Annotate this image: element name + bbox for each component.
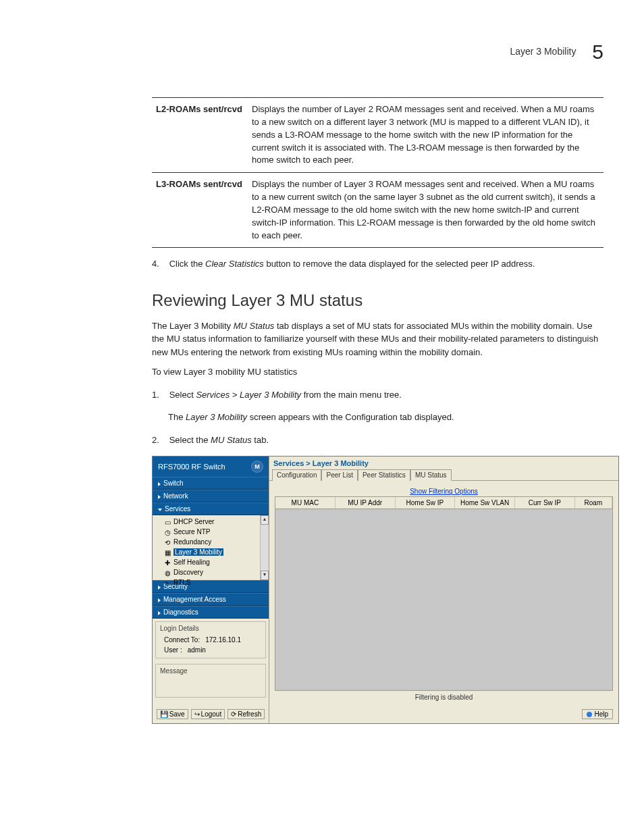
save-icon: 💾 <box>160 710 168 718</box>
mu-status-grid: MU MAC MU IP Addr Home Sw IP Home Sw VLA… <box>275 496 613 691</box>
help-button[interactable]: Help <box>582 709 613 719</box>
tree-self-healing[interactable]: ✚Self Healing <box>155 557 266 567</box>
mobility-icon: ▦ <box>165 549 171 556</box>
table-row: L2-ROAMs sent/rcvd Displays the number o… <box>152 98 603 173</box>
col-home-sw-ip[interactable]: Home Sw IP <box>396 497 456 509</box>
header-title: Layer 3 Mobility <box>510 46 576 57</box>
step-1: 1. Select Services > Layer 3 Mobility fr… <box>152 388 603 402</box>
chapter-number: 5 <box>592 41 603 63</box>
help-icon <box>587 712 592 717</box>
definition-table: L2-ROAMs sent/rcvd Displays the number o… <box>152 97 603 248</box>
table-row: L3-ROAMs sent/rcvd Displays the number o… <box>152 173 603 248</box>
message-panel-title: Message <box>160 667 261 675</box>
col-mu-ip[interactable]: MU IP Addr <box>336 497 396 509</box>
nav-management-access[interactable]: Management Access <box>153 593 269 606</box>
breadcrumb: Services > Layer 3 Mobility <box>269 457 618 469</box>
grid-header: MU MAC MU IP Addr Home Sw IP Home Sw VLA… <box>275 497 612 509</box>
col-roam[interactable]: Roam <box>575 497 612 509</box>
logout-icon: ↪ <box>194 710 200 718</box>
tab-peer-statistics[interactable]: Peer Statistics <box>358 469 410 481</box>
tree-dhcp-server[interactable]: ▭DHCP Server <box>155 517 266 527</box>
section-heading: Reviewing Layer 3 MU status <box>152 291 603 310</box>
location-icon: ⌖ <box>165 579 171 586</box>
brand-text: RFS7000 RF Switch <box>158 463 225 471</box>
lock-icon: ⟲ <box>165 539 171 546</box>
tree-rtls[interactable]: ⌖RTLS <box>155 577 266 588</box>
step-4: 4. Click the Clear Statistics button to … <box>152 257 603 271</box>
tab-peer-list[interactable]: Peer List <box>321 469 357 481</box>
intro-paragraph: The Layer 3 Mobility MU Status tab displ… <box>152 319 603 359</box>
nav-services[interactable]: Services <box>153 502 269 515</box>
scroll-down-icon[interactable]: ▼ <box>261 571 269 580</box>
nav-network[interactable]: Network <box>153 490 269 502</box>
grid-body <box>275 509 612 690</box>
col-mu-mac[interactable]: MU MAC <box>275 497 336 509</box>
brand-logo-icon: M <box>251 461 263 473</box>
login-panel-title: Login Details <box>160 625 261 632</box>
refresh-button[interactable]: ⟳Refresh <box>227 709 265 719</box>
tree-secure-ntp[interactable]: ◷Secure NTP <box>155 527 266 537</box>
main-pane: Services > Layer 3 Mobility Configuratio… <box>269 457 618 723</box>
connect-value: 172.16.10.1 <box>205 636 241 644</box>
tree-layer3-mobility[interactable]: ▦Layer 3 Mobility <box>155 547 266 557</box>
tab-mu-status[interactable]: MU Status <box>410 469 452 481</box>
globe-icon: ◍ <box>165 569 171 576</box>
server-icon: ▭ <box>165 519 171 525</box>
logout-button[interactable]: ↪Logout <box>191 709 225 719</box>
heal-icon: ✚ <box>165 559 171 566</box>
services-tree: ▭DHCP Server ◷Secure NTP ⟲Redundancy ▦La… <box>153 515 269 580</box>
sidebar: RFS7000 RF Switch M Switch Network Servi… <box>153 457 269 723</box>
sidebar-footer: 💾Save ↪Logout ⟳Refresh <box>153 705 269 723</box>
tree-redundancy[interactable]: ⟲Redundancy <box>155 537 266 547</box>
col-curr-sw-ip[interactable]: Curr Sw IP <box>515 497 575 509</box>
scroll-up-icon[interactable]: ▲ <box>261 515 269 525</box>
desc-cell: Displays the number of Layer 3 ROAM mess… <box>248 173 603 248</box>
step-1-result: The Layer 3 Mobility screen appears with… <box>168 411 603 424</box>
show-filtering-options-link[interactable]: Show Filtering Options <box>275 486 613 496</box>
login-details-panel: Login Details Connect To:172.16.10.1 Use… <box>155 621 266 658</box>
clock-icon: ◷ <box>165 529 171 536</box>
tree-scrollbar[interactable]: ▲ ▼ <box>260 515 269 580</box>
message-panel: Message <box>155 664 266 698</box>
app-window: RFS7000 RF Switch M Switch Network Servi… <box>152 456 619 724</box>
lead-line: To view Layer 3 mobility MU statistics <box>152 365 603 379</box>
term-cell: L3-ROAMs sent/rcvd <box>152 173 248 248</box>
connect-label: Connect To: <box>164 636 200 644</box>
nav-diagnostics[interactable]: Diagnostics <box>153 606 269 619</box>
brand-bar: RFS7000 RF Switch M <box>153 457 269 477</box>
desc-cell: Displays the number of Layer 2 ROAM mess… <box>248 98 603 173</box>
user-value: admin <box>188 646 206 654</box>
nav-switch[interactable]: Switch <box>153 477 269 490</box>
step-2: 2. Select the MU Status tab. <box>152 434 603 447</box>
main-footer: Help <box>269 706 618 723</box>
user-label: User : <box>164 646 182 654</box>
tree-discovery[interactable]: ◍Discovery <box>155 567 266 577</box>
save-button[interactable]: 💾Save <box>157 709 188 719</box>
filter-status-text: Filtering is disabled <box>275 691 613 704</box>
col-home-sw-vlan[interactable]: Home Sw VLAN <box>455 497 515 509</box>
tab-configuration[interactable]: Configuration <box>272 469 321 481</box>
step-number: 4. <box>152 257 167 271</box>
running-header: Layer 3 Mobility 5 <box>41 41 603 63</box>
refresh-icon: ⟳ <box>231 710 236 718</box>
tab-bar: Configuration Peer List Peer Statistics … <box>269 469 618 481</box>
term-cell: L2-ROAMs sent/rcvd <box>152 98 248 173</box>
